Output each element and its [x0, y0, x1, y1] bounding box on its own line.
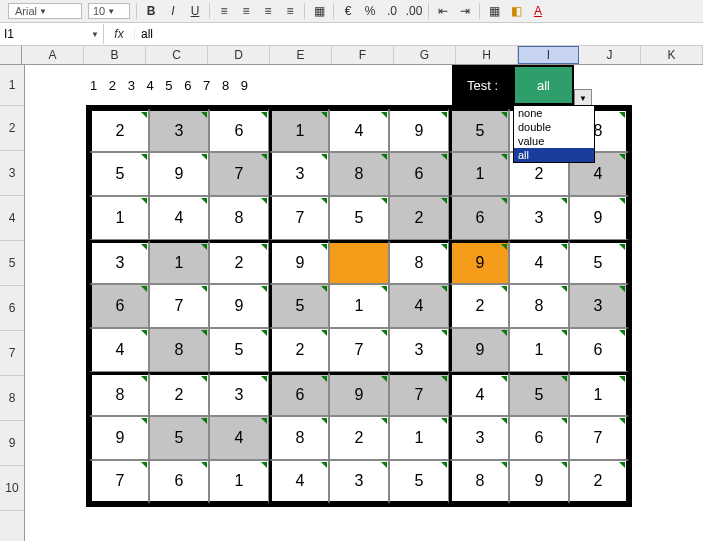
sudoku-cell-r9-c9[interactable]: 2 — [569, 460, 629, 504]
sudoku-cell-r5-c3[interactable]: 9 — [209, 284, 269, 328]
sudoku-cell-r2-c3[interactable]: 7 — [209, 152, 269, 196]
sudoku-grid[interactable]: 2361495859738612414875263931298945679514… — [86, 105, 632, 507]
indent-dec-icon[interactable]: ⇤ — [435, 3, 451, 19]
name-box[interactable]: I1▼ — [0, 24, 104, 44]
row-header-7[interactable]: 7 — [0, 331, 24, 376]
sudoku-cell-r4-c5[interactable] — [329, 240, 389, 284]
dropdown-option-value[interactable]: value — [514, 134, 594, 148]
font-size-selector[interactable]: 10▼ — [88, 3, 130, 19]
select-all-corner[interactable] — [0, 46, 22, 64]
sudoku-cell-r9-c4[interactable]: 4 — [269, 460, 329, 504]
sudoku-cell-r2-c6[interactable]: 6 — [389, 152, 449, 196]
column-header-H[interactable]: H — [456, 46, 518, 64]
sudoku-cell-r6-c3[interactable]: 5 — [209, 328, 269, 372]
sudoku-cell-r1-c2[interactable]: 3 — [149, 108, 209, 152]
column-header-B[interactable]: B — [84, 46, 146, 64]
sudoku-cell-r4-c3[interactable]: 2 — [209, 240, 269, 284]
fill-color-icon[interactable]: ◧ — [508, 3, 524, 19]
row-header-2[interactable]: 2 — [0, 106, 24, 151]
sudoku-cell-r7-c1[interactable]: 8 — [89, 372, 149, 416]
sudoku-cell-r9-c8[interactable]: 9 — [509, 460, 569, 504]
column-header-C[interactable]: C — [146, 46, 208, 64]
sudoku-cell-r5-c7[interactable]: 2 — [449, 284, 509, 328]
sudoku-cell-r6-c2[interactable]: 8 — [149, 328, 209, 372]
sudoku-cell-r7-c8[interactable]: 5 — [509, 372, 569, 416]
sudoku-cell-r3-c2[interactable]: 4 — [149, 196, 209, 240]
sudoku-cell-r7-c9[interactable]: 1 — [569, 372, 629, 416]
sudoku-cell-r3-c1[interactable]: 1 — [89, 196, 149, 240]
justify-icon[interactable]: ≡ — [282, 3, 298, 19]
sudoku-cell-r6-c8[interactable]: 1 — [509, 328, 569, 372]
dropdown-list[interactable]: nonedoublevalueall — [513, 105, 595, 163]
font-color-icon[interactable]: A — [530, 3, 546, 19]
sudoku-cell-r6-c1[interactable]: 4 — [89, 328, 149, 372]
sudoku-cell-r4-c9[interactable]: 5 — [569, 240, 629, 284]
sudoku-cell-r7-c6[interactable]: 7 — [389, 372, 449, 416]
sudoku-cell-r7-c2[interactable]: 2 — [149, 372, 209, 416]
sudoku-cell-r3-c3[interactable]: 8 — [209, 196, 269, 240]
column-header-I[interactable]: I — [518, 46, 579, 64]
sudoku-cell-r9-c5[interactable]: 3 — [329, 460, 389, 504]
currency-icon[interactable]: € — [340, 3, 356, 19]
validation-cell[interactable]: all — [513, 65, 574, 105]
row-header-4[interactable]: 4 — [0, 196, 24, 241]
sudoku-cell-r3-c6[interactable]: 2 — [389, 196, 449, 240]
sudoku-cell-r4-c6[interactable]: 8 — [389, 240, 449, 284]
indent-inc-icon[interactable]: ⇥ — [457, 3, 473, 19]
sudoku-cell-r5-c4[interactable]: 5 — [269, 284, 329, 328]
sudoku-cell-r3-c5[interactable]: 5 — [329, 196, 389, 240]
sudoku-cell-r8-c8[interactable]: 6 — [509, 416, 569, 460]
sudoku-cell-r4-c2[interactable]: 1 — [149, 240, 209, 284]
sudoku-cell-r7-c3[interactable]: 3 — [209, 372, 269, 416]
sudoku-cell-r8-c2[interactable]: 5 — [149, 416, 209, 460]
sudoku-cell-r5-c1[interactable]: 6 — [89, 284, 149, 328]
row-header-8[interactable]: 8 — [0, 376, 24, 421]
sudoku-cell-r9-c1[interactable]: 7 — [89, 460, 149, 504]
sudoku-cell-r2-c1[interactable]: 5 — [89, 152, 149, 196]
sudoku-cell-r1-c7[interactable]: 5 — [449, 108, 509, 152]
sudoku-cell-r8-c9[interactable]: 7 — [569, 416, 629, 460]
sudoku-cell-r9-c7[interactable]: 8 — [449, 460, 509, 504]
fx-icon[interactable]: fx — [104, 27, 135, 41]
sudoku-cell-r9-c3[interactable]: 1 — [209, 460, 269, 504]
sudoku-cell-r1-c6[interactable]: 9 — [389, 108, 449, 152]
sudoku-cell-r6-c7[interactable]: 9 — [449, 328, 509, 372]
sudoku-cell-r3-c4[interactable]: 7 — [269, 196, 329, 240]
decimal-inc-icon[interactable]: .00 — [406, 3, 422, 19]
row-header-6[interactable]: 6 — [0, 286, 24, 331]
sudoku-cell-r5-c6[interactable]: 4 — [389, 284, 449, 328]
sudoku-cell-r5-c9[interactable]: 3 — [569, 284, 629, 328]
sudoku-cell-r1-c4[interactable]: 1 — [269, 108, 329, 152]
align-right-icon[interactable]: ≡ — [260, 3, 276, 19]
column-header-A[interactable]: A — [22, 46, 84, 64]
font-name-selector[interactable]: Arial▼ — [8, 3, 82, 19]
column-header-G[interactable]: G — [394, 46, 456, 64]
sudoku-cell-r8-c7[interactable]: 3 — [449, 416, 509, 460]
underline-icon[interactable]: U — [187, 3, 203, 19]
sudoku-cell-r2-c5[interactable]: 8 — [329, 152, 389, 196]
sudoku-cell-r6-c5[interactable]: 7 — [329, 328, 389, 372]
sudoku-cell-r5-c5[interactable]: 1 — [329, 284, 389, 328]
italic-icon[interactable]: I — [165, 3, 181, 19]
sudoku-cell-r8-c1[interactable]: 9 — [89, 416, 149, 460]
sudoku-cell-r6-c9[interactable]: 6 — [569, 328, 629, 372]
sudoku-cell-r8-c3[interactable]: 4 — [209, 416, 269, 460]
sudoku-cell-r4-c7[interactable]: 9 — [449, 240, 509, 284]
column-header-K[interactable]: K — [641, 46, 703, 64]
sudoku-cell-r7-c5[interactable]: 9 — [329, 372, 389, 416]
sudoku-cell-r8-c6[interactable]: 1 — [389, 416, 449, 460]
row-header-3[interactable]: 3 — [0, 151, 24, 196]
row-header-10[interactable]: 10 — [0, 466, 24, 511]
sudoku-cell-r3-c7[interactable]: 6 — [449, 196, 509, 240]
sudoku-cell-r9-c2[interactable]: 6 — [149, 460, 209, 504]
decimal-dec-icon[interactable]: .0 — [384, 3, 400, 19]
formula-input[interactable]: all — [135, 27, 703, 41]
sudoku-cell-r3-c9[interactable]: 9 — [569, 196, 629, 240]
sudoku-cell-r1-c3[interactable]: 6 — [209, 108, 269, 152]
column-header-J[interactable]: J — [579, 46, 641, 64]
borders-icon[interactable]: ▦ — [486, 3, 502, 19]
align-left-icon[interactable]: ≡ — [216, 3, 232, 19]
column-header-E[interactable]: E — [270, 46, 332, 64]
row-header-9[interactable]: 9 — [0, 421, 24, 466]
sudoku-cell-r4-c4[interactable]: 9 — [269, 240, 329, 284]
